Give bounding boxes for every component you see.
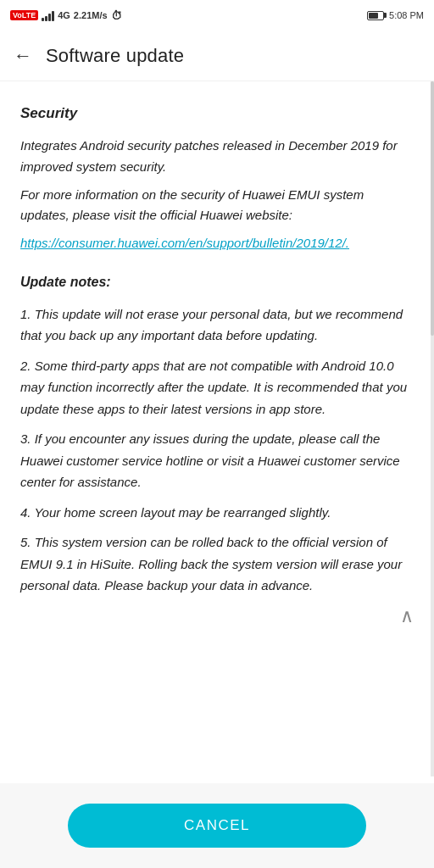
volte-badge: VoLTE bbox=[10, 10, 38, 20]
scrollbar-thumb[interactable] bbox=[431, 81, 434, 336]
back-button[interactable]: ← bbox=[14, 47, 32, 65]
status-right: 5:08 PM bbox=[367, 10, 424, 20]
scrollbar-track[interactable] bbox=[431, 81, 434, 776]
status-bar: VoLTE 4G 2.21M/s ⏱ 5:08 PM bbox=[0, 0, 434, 31]
cancel-button[interactable]: CANCEL bbox=[68, 804, 366, 848]
speed-indicator: 2.21M/s bbox=[74, 10, 108, 20]
notes-list: 1. This update will not erase your perso… bbox=[20, 303, 414, 597]
top-bar: ← Software update bbox=[0, 31, 434, 81]
note-2: 2. Some third-party apps that are not co… bbox=[20, 355, 414, 420]
content-area: Security Integrates Android security pat… bbox=[0, 81, 434, 729]
page-title: Software update bbox=[46, 45, 184, 67]
note-4: 4. Your home screen layout may be rearra… bbox=[20, 502, 414, 524]
collapse-row: ∧ bbox=[20, 605, 414, 627]
update-notes-heading: Update notes: bbox=[20, 275, 414, 290]
timer-icon: ⏱ bbox=[111, 9, 122, 22]
collapse-icon[interactable]: ∧ bbox=[400, 605, 414, 627]
note-3: 3. If you encounter any issues during th… bbox=[20, 428, 414, 493]
note-5: 5. This system version can be rolled bac… bbox=[20, 531, 414, 597]
signal-bars bbox=[42, 9, 54, 21]
network-type: 4G bbox=[58, 10, 70, 20]
security-heading: Security bbox=[20, 105, 414, 122]
status-left: VoLTE 4G 2.21M/s ⏱ bbox=[10, 9, 122, 22]
clock: 5:08 PM bbox=[389, 10, 424, 20]
battery-icon bbox=[367, 11, 384, 20]
security-more-text: For more information on the security of … bbox=[20, 185, 414, 227]
security-link[interactable]: https://consumer.huawei.com/en/support/b… bbox=[20, 233, 414, 254]
bottom-bar: CANCEL bbox=[0, 783, 434, 868]
security-body-text: Integrates Android security patches rele… bbox=[20, 136, 414, 178]
note-1: 1. This update will not erase your perso… bbox=[20, 303, 414, 347]
